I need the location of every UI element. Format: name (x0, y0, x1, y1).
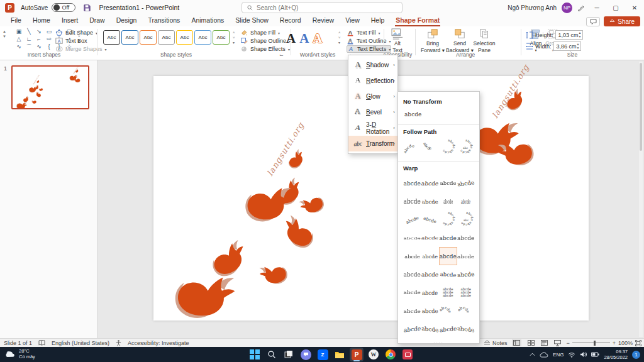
curve-shape-icon[interactable]: ∿ (34, 43, 44, 50)
reading-view-button[interactable] (541, 340, 548, 346)
taskbar-search-icon[interactable] (265, 348, 279, 361)
taskbar-powerpoint-icon[interactable]: P (350, 348, 364, 361)
tab-view[interactable]: View (340, 15, 365, 26)
tab-record[interactable]: Record (274, 15, 307, 26)
warp-style-7[interactable]: abcde (439, 192, 457, 211)
warp-style-27[interactable]: abcdeabcdeabcde (439, 283, 457, 302)
warp-style-29[interactable]: abcde (403, 302, 421, 320)
edit-shape-button[interactable]: Edit Shape▾ (55, 29, 107, 36)
zoom-slider[interactable] (572, 343, 610, 343)
warp-style-14[interactable]: abcde (421, 229, 440, 247)
warp-style-32[interactable]: abcde (457, 302, 475, 320)
warp-style-35[interactable]: abcde (439, 320, 457, 338)
warp-style-17[interactable]: abcde (403, 247, 421, 265)
warp-style-18[interactable]: abcde (421, 247, 440, 265)
warp-style-34[interactable]: abcde (421, 320, 440, 338)
tab-animations[interactable]: Animations (186, 15, 230, 26)
freeform-shape-icon[interactable]: ∿ (14, 43, 24, 50)
spellcheck-icon[interactable] (38, 340, 45, 346)
warp-style-10[interactable]: abcde (421, 211, 440, 229)
tab-home[interactable]: Home (27, 15, 56, 26)
autosave-toggle[interactable]: Off (52, 3, 75, 12)
arc-shape-icon[interactable]: ⌒ (24, 43, 34, 50)
slide-thumbnail[interactable]: langsutti.orglangsutti.org (11, 65, 89, 109)
height-spinner[interactable]: ▲▼ (579, 31, 582, 38)
zoom-out-button[interactable]: − (566, 340, 569, 346)
menu-item-reflection[interactable]: AReflection› (348, 73, 397, 89)
accessibility-status[interactable]: Accessibility: Investigate (128, 340, 189, 346)
save-icon[interactable] (83, 4, 91, 12)
pen-mode-icon[interactable] (577, 4, 585, 11)
no-transform-option[interactable]: abcde (403, 107, 431, 121)
comments-button[interactable] (586, 17, 600, 26)
language-status[interactable]: English (United States) (52, 340, 109, 346)
warp-style-30[interactable]: abcde (421, 302, 440, 320)
menu-item-glow[interactable]: AGlow› (348, 89, 397, 104)
warp-style-8[interactable]: abcde (457, 192, 475, 211)
line-arrow-shape-icon[interactable]: ↘ (34, 28, 44, 35)
zoom-level[interactable]: 100% (618, 340, 633, 346)
koi-fish-10[interactable] (15, 100, 27, 109)
slide-sorter-view-button[interactable] (528, 340, 535, 346)
height-input[interactable]: 1,03 cm ▲▼ (555, 30, 583, 40)
warp-style-12[interactable]: abcde abcdeabc (457, 211, 475, 229)
warp-style-16[interactable]: abcde (457, 229, 475, 247)
warp-style-13[interactable]: abcde (403, 229, 421, 247)
fit-slide-icon[interactable] (635, 340, 641, 346)
arrow-right-shape-icon[interactable]: ⇨ (44, 35, 54, 43)
wordart-scroll[interactable]: ˄˅▾ (338, 30, 341, 45)
text-fill-button[interactable]: AText Fill▾ (347, 29, 391, 36)
koi-fish-11[interactable] (257, 258, 291, 290)
taskbar-zalo-icon[interactable]: Z (316, 348, 330, 361)
koi-fish-3[interactable] (74, 77, 81, 84)
avatar[interactable]: NP (562, 3, 572, 13)
menu-item-shadow[interactable]: AShadow› (348, 57, 397, 73)
text-outline-button[interactable]: AText Outline▾ (347, 37, 391, 45)
corner-shape-icon[interactable]: ⌐ (34, 35, 44, 43)
shape-style-scroll[interactable]: ˄˅▾ (233, 30, 235, 45)
battery-icon[interactable] (591, 352, 599, 357)
follow-path-arch-down[interactable]: abcde (421, 138, 439, 158)
shape-style-5[interactable]: Abc (176, 30, 193, 45)
wordart-style-3[interactable]: A (313, 31, 322, 47)
taskbar-chat-icon[interactable] (299, 348, 313, 361)
maximize-button[interactable]: ▢ (609, 0, 623, 15)
width-input[interactable]: 3,86 cm ▲▼ (553, 41, 581, 51)
close-button[interactable]: ✕ (628, 0, 641, 15)
elbow-connector-shape-icon[interactable]: ∟ (24, 35, 34, 43)
selection-pane-button[interactable]: SelectionPane (472, 28, 497, 53)
koi-fish-8[interactable] (35, 91, 42, 99)
warp-style-11[interactable]: abcde abcde (439, 211, 457, 229)
wordart-style-2[interactable]: A (299, 31, 309, 47)
warp-style-5[interactable]: abcde (403, 192, 421, 211)
taskbar-start-icon[interactable] (248, 348, 262, 361)
taskbar-chrome-icon[interactable] (384, 348, 397, 361)
rectangle-shape-icon[interactable]: ▭ (44, 28, 54, 35)
shape-style-3[interactable]: Abc (140, 30, 157, 45)
minimize-button[interactable]: ─ (590, 0, 604, 15)
warp-style-31[interactable]: abcde (439, 302, 457, 320)
tab-file[interactable]: File (5, 15, 27, 26)
warp-style-21[interactable]: abcde (403, 265, 421, 283)
input-language[interactable]: ENG (553, 352, 564, 358)
warp-style-36[interactable]: abcde (457, 320, 475, 338)
shape-styles-dialog-launcher[interactable]: ⌙ (279, 52, 284, 58)
share-button[interactable]: Share (604, 16, 640, 26)
warp-style-9[interactable]: abcde (403, 211, 421, 229)
send-backward-button[interactable]: SendBackward ▾ (445, 28, 474, 53)
search-input[interactable]: Search (Alt+Q) (242, 2, 402, 13)
triangle-shape-icon[interactable]: △ (14, 35, 24, 43)
tab-review[interactable]: Review (307, 15, 340, 26)
warp-style-1[interactable]: abcde (403, 174, 421, 192)
follow-path-arch-up[interactable]: abcde (403, 138, 421, 158)
tab-slide-show[interactable]: Slide Show (230, 15, 274, 26)
wifi-icon[interactable] (568, 352, 575, 358)
warp-style-22[interactable]: abcde (421, 265, 440, 283)
clock[interactable]: 09:37 28/05/2022 (604, 349, 628, 360)
shape-fill-button[interactable]: Shape Fill▾ (240, 29, 291, 36)
tab-shape-format[interactable]: Shape Format (390, 15, 445, 26)
weather-widget[interactable]: 28°C Có mây (5, 348, 35, 359)
koi-fish-11[interactable] (31, 99, 37, 105)
warp-style-33[interactable]: abcde (403, 320, 421, 338)
volume-icon[interactable] (580, 351, 587, 358)
